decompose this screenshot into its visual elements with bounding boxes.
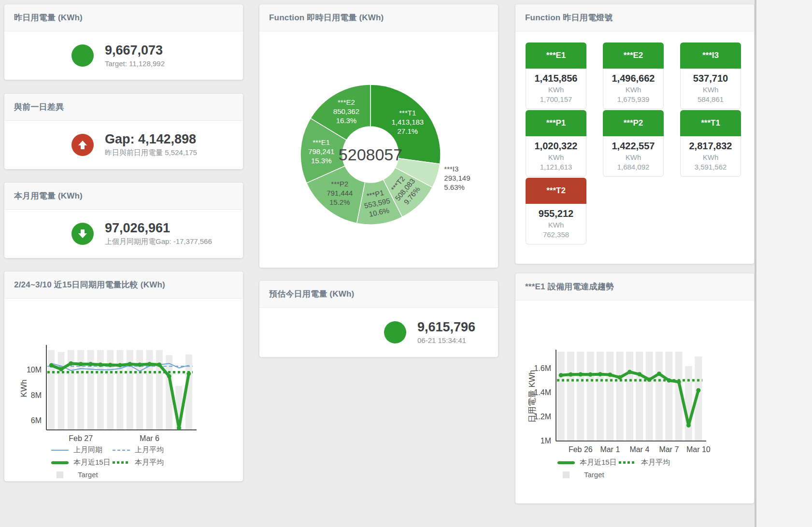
legend-label: Target [584,470,604,479]
legend-swatch-icon [557,461,575,464]
light-tile-unit: KWh [681,153,741,161]
light-tile-target: 1,675,939 [603,95,663,103]
x-tick-label: Mar 10 [686,445,711,454]
legend-item[interactable]: 本月平均 [619,458,670,467]
y-tick-label: 6M [31,416,42,425]
light-tile-target: 3,591,562 [681,163,741,171]
panel-header[interactable]: 2/24~3/10 近15日同期用電量比較 (KWh) [4,271,243,299]
light-tile-value: 1,020,322 [526,141,586,152]
light-tile: ***E21,496,662KWh1,675,939 [603,43,664,109]
legend-swatch-icon [51,450,69,451]
legend-item[interactable]: 上月同期 [51,445,113,455]
light-tile-value: 955,212 [526,208,586,219]
status-circle-green [71,223,94,245]
legend-swatch-icon [113,461,130,464]
panel-compare-15d: 2/24~3/10 近15日同期用電量比較 (KWh) 6M8M10MFeb 2… [4,271,243,482]
target-bar [646,352,653,441]
target-bar [567,352,574,441]
legend-label: 本月近15日 [73,458,111,467]
compare-chart-legend: 上月同期上月平均本月近15日本月平均Target [51,445,164,479]
light-tile-body: 955,212KWh762,358 [526,204,586,244]
target-bar [616,352,624,441]
legend-item[interactable]: 本月平均 [113,458,164,467]
arrow-down-icon [78,229,87,238]
arrow-up-icon [78,141,87,149]
right-gutter [756,0,812,527]
status-circle-red [71,134,94,156]
light-tile: ***I3537,710KWh584,861 [680,43,741,109]
light-tile-name: ***T1 [680,110,741,136]
light-tile: ***E11,415,856KWh1,700,157 [526,43,586,109]
panel-header[interactable]: Function 即時日用電量 (KWh) [259,4,498,31]
target-bar [557,352,565,441]
light-tile-name: ***T2 [526,178,586,204]
light-tile-name: ***E1 [526,43,586,69]
light-tile-name: ***E2 [603,43,664,69]
y-tick-label: 10M [27,366,42,374]
target-bar [597,352,604,441]
light-tile-unit: KWh [526,221,586,229]
legend-swatch-icon [113,450,130,451]
light-tile-body: 537,710KWh584,861 [680,69,741,109]
light-tile: ***P21,422,557KWh1,684,092 [603,110,664,177]
target-bar [655,352,663,441]
target-bar [156,350,163,430]
light-tile-name: ***P2 [603,110,664,136]
light-tile-unit: KWh [681,85,741,94]
stat-subtitle: Target: 11,128,992 [105,59,165,68]
target-bar [136,350,143,430]
panel-function-lights: Function 昨日用電燈號 ***E11,415,856KWh1,700,1… [515,4,755,264]
light-tile-value: 1,496,662 [603,73,663,84]
panel-header[interactable]: 與前一日差異 [4,94,243,121]
light-tile-body: 1,020,322KWh1,121,613 [526,136,586,177]
stat-subtitle: 昨日與前日用電量 5,524,175 [105,148,197,157]
light-tile: ***T12,817,832KWh3,591,562 [680,110,741,177]
legend-item[interactable]: Target [56,470,98,479]
panel-header[interactable]: ***E1 設備用電達成趨勢 [515,273,754,300]
light-tile-unit: KWh [526,153,586,161]
stat-value: Gap: 4,142,898 [105,132,197,147]
legend-label: 本月平均 [135,458,164,467]
panel-day-gap: 與前一日差異 Gap: 4,142,898 昨日與前日用電量 5,524,175 [4,93,243,170]
x-tick-label: Feb 27 [69,434,93,442]
panel-estimate-today: 預估今日用電量 (KWh) 9,615,796 06-21 15:34:41 [259,280,499,357]
light-tile-target: 1,700,157 [526,95,586,103]
light-tile-body: 2,817,832KWh3,591,562 [680,136,741,177]
target-bar [48,350,55,430]
x-tick-label: Feb 26 [569,445,593,454]
target-bar [587,352,594,441]
light-tile-name: ***P1 [526,110,586,136]
legend-item[interactable]: 上月平均 [113,445,164,455]
y-tick-label: 8M [31,391,42,399]
panel-month-usage: 本月用電量 (KWh) 97,026,961 上個月同期用電Gap: -17,3… [4,182,243,258]
light-tile-target: 762,358 [526,230,586,239]
target-bar [685,366,692,441]
panel-header[interactable]: 預估今日用電量 (KWh) [259,281,498,308]
panel-title: 昨日用電量 (KWh) [14,12,83,23]
panel-header[interactable]: 昨日用電量 (KWh) [4,4,243,31]
x-tick-label: Mar 7 [659,445,679,454]
target-bar [577,352,584,441]
panel-header[interactable]: 本月用電量 (KWh) [4,183,243,210]
donut-center-total: 5208057 [339,145,402,164]
panel-yesterday-usage: 昨日用電量 (KWh) 9,667,073 Target: 11,128,992 [4,4,243,80]
legend-item[interactable]: Target [562,470,604,479]
target-bar [58,352,65,430]
panel-title: Function 即時日用電量 (KWh) [269,12,384,23]
legend-item[interactable]: 本月近15日 [557,458,619,467]
stat-timestamp: 06-21 15:34:41 [417,336,475,344]
light-tile-target: 584,861 [681,95,741,103]
status-circle-green [384,321,406,343]
light-tile-body: 1,422,557KWh1,684,092 [603,136,664,177]
x-tick-label: Mar 1 [600,445,620,454]
stat-value: 97,026,961 [105,221,212,236]
light-tile-name: ***I3 [680,43,741,69]
panel-header[interactable]: Function 昨日用電燈號 [515,4,754,31]
legend-label: 本月平均 [641,458,670,467]
light-tile-value: 1,415,856 [526,73,586,84]
legend-item[interactable]: 本月近15日 [51,458,113,467]
legend-label: 上月同期 [73,445,102,455]
e1-trend-chart: 1M1.2M1.4M1.6MFeb 26Mar 1Mar 4Mar 7Mar 1… [515,300,754,455]
light-tile-unit: KWh [526,85,586,94]
stat-yesterday: 9,667,073 Target: 11,128,992 [4,31,243,80]
